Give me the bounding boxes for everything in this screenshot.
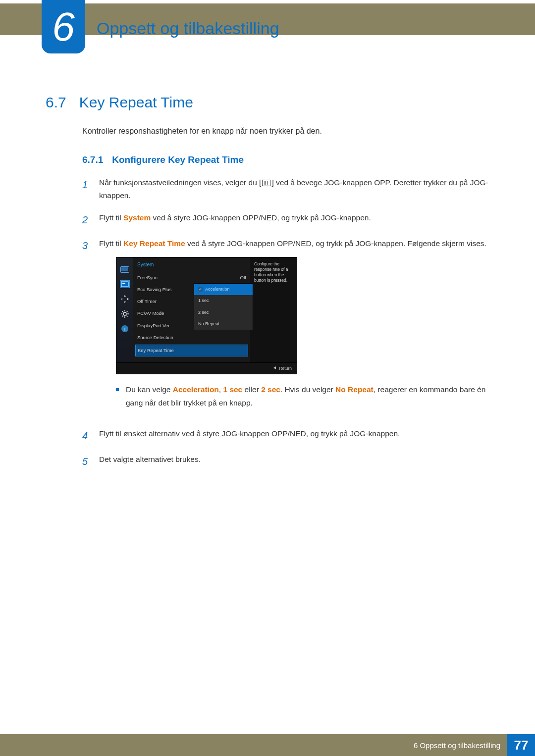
osd-row-freesync: FreeSyncOff	[137, 272, 246, 284]
chapter-number-badge: 6	[42, 0, 85, 53]
check-icon: ✓	[198, 287, 203, 292]
step-number: 5	[82, 453, 90, 470]
footer-text: 6 Oppsett og tilbakestilling	[414, 741, 507, 750]
step-text: Flytt til Key Repeat Time ved å styre JO…	[99, 239, 486, 248]
osd-options-popup: ✓Acceleration 1 sec 2 sec No Repeat	[194, 283, 253, 330]
section-number: 6.7	[46, 94, 66, 111]
osd-return-label: Return	[279, 366, 292, 371]
page-footer: 6 Oppsett og tilbakestilling 77	[0, 734, 535, 756]
step-text: Det valgte alternativet brukes.	[99, 453, 201, 470]
osd-row-src: Source Detection	[137, 332, 246, 344]
step-4: 4 Flytt til ønsket alternativ ved å styr…	[82, 427, 489, 444]
svg-rect-1	[121, 267, 128, 271]
step-5: 5 Det valgte alternativet brukes.	[82, 453, 489, 470]
osd-option-2sec: 2 sec	[194, 307, 253, 318]
svg-point-4	[123, 312, 126, 315]
svg-line-10	[127, 316, 128, 317]
svg-line-11	[122, 316, 123, 317]
bullet-item: Du kan velge Acceleration, 1 sec eller 2…	[116, 383, 489, 409]
step-text: Når funksjonstastveiledningen vises, vel…	[99, 176, 489, 202]
bullet-icon	[116, 388, 119, 391]
page-content: 6.7 Key Repeat Time Kontroller responsha…	[46, 94, 489, 479]
move-icon	[120, 295, 130, 303]
section-heading: 6.7 Key Repeat Time	[46, 94, 489, 111]
step-number: 4	[82, 427, 90, 444]
svg-rect-3	[122, 283, 125, 284]
step-number: 3	[82, 237, 90, 418]
section-intro: Kontroller responshastigheten for en kna…	[82, 127, 489, 136]
subsection-number: 6.7.1	[82, 154, 103, 165]
subsection-title: Konfigurere Key Repeat Time	[112, 154, 244, 165]
menu-icon	[262, 180, 270, 186]
steps-list: 1 Når funksjonstastveiledningen vises, v…	[82, 176, 489, 470]
bullet-text: Du kan velge Acceleration, 1 sec eller 2…	[126, 383, 489, 409]
step-body: Flytt til Key Repeat Time ved å styre JO…	[99, 237, 489, 418]
step-text: Flytt til ønsket alternativ ved å styre …	[99, 427, 400, 444]
return-arrow-icon	[273, 366, 276, 369]
svg-text:i: i	[124, 326, 125, 332]
osd-body: i System FreeSyncOff Eco Saving PlusOff …	[116, 257, 297, 362]
step-number: 2	[82, 211, 90, 228]
step-3: 3 Flytt til Key Repeat Time ved å styre …	[82, 237, 489, 418]
osd-menu: System FreeSyncOff Eco Saving PlusOff Of…	[133, 257, 250, 362]
subsection-heading: 6.7.1 Konfigurere Key Repeat Time	[82, 154, 489, 165]
svg-rect-2	[121, 282, 128, 287]
step-number: 1	[82, 176, 90, 202]
step-1: 1 Når funksjonstastveiledningen vises, v…	[82, 176, 489, 202]
osd-option-1sec: 1 sec	[194, 295, 253, 306]
gear-icon	[120, 310, 130, 318]
osd-sidebar: i	[116, 257, 133, 362]
bullet-list: Du kan velge Acceleration, 1 sec eller 2…	[116, 383, 489, 409]
section-title: Key Repeat Time	[79, 94, 193, 111]
onscreen-display-icon	[120, 280, 130, 288]
step-2: 2 Flytt til System ved å styre JOG-knapp…	[82, 211, 489, 228]
chapter-title: Oppsett og tilbakestilling	[97, 19, 279, 38]
step-text: Flytt til System ved å styre JOG-knappen…	[99, 211, 371, 228]
osd-footer: Return	[116, 362, 297, 374]
svg-line-12	[127, 311, 128, 312]
osd-category: System	[137, 260, 246, 269]
osd-row-krt: Key Repeat Time	[135, 345, 248, 356]
osd-hint: Configure the response rate of a button …	[250, 257, 297, 362]
osd-option-norepeat: No Repeat	[194, 318, 253, 330]
osd-option-acceleration: ✓Acceleration	[194, 284, 253, 295]
svg-line-9	[122, 311, 123, 312]
picture-icon	[120, 265, 130, 273]
info-icon: i	[120, 325, 130, 333]
page-number: 77	[507, 734, 535, 756]
osd-screenshot: i System FreeSyncOff Eco Saving PlusOff …	[116, 257, 297, 374]
chapter-number: 6	[52, 6, 75, 47]
